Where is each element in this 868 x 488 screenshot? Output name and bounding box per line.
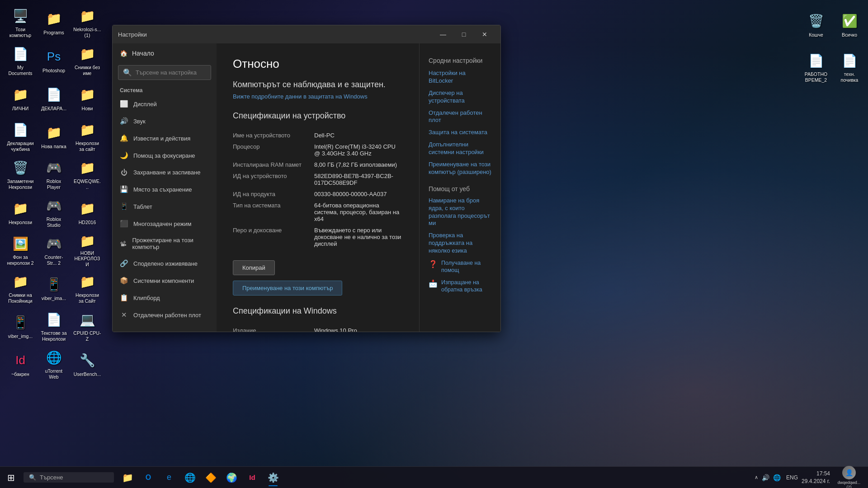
related-link-system-protection[interactable]: Защита на системата — [429, 129, 491, 136]
taskbar-app-outlook[interactable]: O — [138, 468, 158, 488]
help-link-languages[interactable]: Проверка на поддръжката на няколко езика — [429, 232, 491, 255]
maximize-button[interactable]: □ — [453, 27, 474, 42]
desktop-icon-deklarac[interactable]: 📄 ДЕКЛАРА... — [38, 80, 70, 117]
indesign-label: ~бакрен — [11, 371, 29, 377]
tray-clock[interactable]: 17:54 29.4.2024 г. — [802, 470, 830, 485]
sidebar-item-tablet[interactable]: 📱 Таблет — [113, 198, 217, 215]
related-title: Сродни настройки — [429, 57, 491, 64]
rename-button[interactable]: Преименуване на този компютър — [233, 281, 342, 296]
taskbar-search[interactable]: 🔍 Търсене — [24, 472, 114, 483]
help-item-get-help[interactable]: ❓ Получаване на помощ — [429, 259, 491, 274]
sidebar-search-input[interactable] — [136, 69, 206, 76]
sidebar-item-clipboard[interactable]: 📋 Клипборд — [113, 289, 217, 306]
taskbar-app-indesign[interactable]: Id — [242, 468, 262, 488]
desktop-icon-programs[interactable]: 📁 Programs — [38, 5, 70, 41]
taskbar-app-settings[interactable]: ⚙️ — [263, 468, 283, 488]
desktop-icon-viber-img2[interactable]: 📱 viber_img... — [5, 308, 36, 344]
related-link-remote-desktop[interactable]: Отдалечен работен плот — [429, 109, 491, 125]
sidebar-item-shared[interactable]: 🔗 Споделено изживяване — [113, 255, 217, 272]
desktop-icon-nekrolozi-sajt2[interactable]: 📁 Некролози за Сайт — [71, 270, 103, 306]
related-link-device-manager[interactable]: Диспечер на устройствата — [429, 89, 491, 105]
desktop-icon-snimki-bez[interactable]: 📁 Снимки без име — [71, 42, 103, 79]
desktop-icon-tekstove[interactable]: 📄 Текстове за Некролози — [38, 308, 70, 344]
desktop-icons-right-area: 🗑️ Кошче ✅ Всичко 📄 РАБОТНО ВРЕМЕ_2 📄 те… — [796, 0, 868, 90]
desktop-icon-this-pc[interactable]: 🖥️ Този компютър — [5, 5, 36, 41]
edge-icon: e — [167, 473, 171, 482]
desktop-icon-indesign[interactable]: Id ~бакрен — [5, 346, 36, 382]
taskbar-app-5[interactable]: 🔶 — [201, 468, 221, 488]
taskbar-app-chrome[interactable]: 🌐 — [180, 468, 200, 488]
desktop-icon-nekrolozi2[interactable]: 📁 Некролози — [5, 194, 36, 230]
tray-network-icon[interactable]: 🌐 — [773, 474, 781, 481]
start-button[interactable]: ⊞ — [0, 467, 22, 488]
desktop-icon-deklaracii[interactable]: 📄 Декларации чужбина — [5, 118, 36, 155]
feedback-link[interactable]: Изпращане на обратна връзка — [441, 279, 491, 294]
sidebar-item-storage[interactable]: 💾 Място за съхранение — [113, 181, 217, 198]
tray-lang[interactable]: ENG — [786, 474, 798, 481]
related-link-bitlocker[interactable]: Настройки на BitLocker — [429, 70, 491, 85]
display-icon: ⬜ — [120, 100, 128, 108]
desktop-icon-my-documents[interactable]: 📄 My Documents — [5, 42, 36, 79]
spec-label-edition: Издание — [233, 325, 314, 332]
sidebar-item-sleep[interactable]: ⏻ Захранване и заспиване — [113, 164, 217, 181]
desktop-icon-utorrent[interactable]: 🌐 uTorrent Web — [38, 346, 70, 382]
storage-label: Място за съхранение — [133, 186, 192, 193]
taskbar-app-ie[interactable]: 🌍 — [222, 468, 241, 488]
related-link-rename-extended[interactable]: Преименуване на този компютър (разширено… — [429, 161, 491, 176]
sidebar-item-multitask[interactable]: ⬛ Многозадачен режим — [113, 215, 217, 232]
sidebar-item-display[interactable]: ⬜ Дисплей — [113, 95, 217, 113]
get-help-icon: ❓ — [429, 260, 438, 268]
sidebar-item-notifications[interactable]: 🔔 Известия и действия — [113, 130, 217, 147]
desktop-icon-techn-pochivka[interactable]: 📄 техн. почивка — [834, 47, 865, 88]
desktop-icon-nova-papka[interactable]: 📁 Нова папка — [38, 118, 70, 155]
sidebar-home[interactable]: 🏠 Начало — [113, 43, 217, 63]
minimize-button[interactable]: — — [433, 27, 453, 42]
desktop-icon-cpuid[interactable]: 💻 CPUID CPU-Z — [71, 308, 103, 344]
sidebar-item-project[interactable]: 📽 Прожектиране на този компютър — [113, 232, 217, 255]
related-link-advanced-settings[interactable]: Допълнителни системни настройки — [429, 141, 491, 156]
desktop-icon-roblox-studio[interactable]: 🎮 Roblox Studio — [38, 194, 70, 230]
desktop-icon-zapameteni[interactable]: 🗑️ Запаметени Некролози — [5, 156, 36, 192]
sidebar-item-components[interactable]: 📦 Системни компоненти — [113, 272, 217, 289]
desktop-icon-vsichko[interactable]: ✅ Всичко — [834, 5, 865, 45]
sidebar-system-label: Система — [113, 84, 217, 95]
desktop-icon-snimki-pokoinici[interactable]: 📁 Снимки на Покойници — [5, 270, 36, 306]
nekrolozi-sajt2-icon: 📁 — [78, 272, 96, 291]
help-item-feedback[interactable]: 📩 Изпращане на обратна връзка — [429, 279, 491, 294]
desktop-icon-userbench[interactable]: 🔧 UserBench... — [71, 346, 103, 382]
sidebar-search-box[interactable]: 🔍 — [118, 65, 211, 80]
search-icon: 🔍 — [123, 68, 132, 77]
copy-button[interactable]: Копирай — [233, 260, 275, 275]
tray-avatar: 👤 — [842, 466, 856, 479]
focus-icon: 🌙 — [120, 151, 128, 160]
desktop-icon-hd2016[interactable]: 📁 HD2016 — [71, 194, 103, 230]
desktop-icon-koshche[interactable]: 🗑️ Кошче — [800, 5, 832, 45]
desktop-icon-rabotno[interactable]: 📄 РАБОТНО ВРЕМЕ_2 — [800, 47, 832, 88]
desktop-icon-roblox-player[interactable]: 🎮 Roblox Player — [38, 156, 70, 192]
project-label: Прожектиране на този компютър — [132, 237, 209, 250]
tray-chevron-icon[interactable]: ∧ — [755, 474, 758, 480]
sidebar-item-focus[interactable]: 🌙 Помощ за фокусиране — [113, 147, 217, 164]
desktop-icon-nekrolozi-s[interactable]: 📁 Nekrolozi-s... (1) — [71, 5, 103, 41]
desktop-icon-fon-za[interactable]: 🖼️ Фон за некролози 2 — [5, 232, 36, 268]
desktop-icon-lichni[interactable]: 📁 ЛИЧНИ — [5, 80, 36, 117]
desktop-icon-novi-nekrolozi[interactable]: 📁 НОВИ НЕКРОЛОЗИ — [71, 232, 103, 268]
desktop-icon-viber-img[interactable]: 📱 viber_ima... — [38, 270, 70, 306]
sidebar-item-remote[interactable]: ✕ Отдалечен работен плот — [113, 306, 217, 324]
close-button[interactable]: ✕ — [474, 27, 495, 42]
zapameteni-icon: 🗑️ — [11, 159, 29, 177]
desktop-icon-nekrolozi-sajt[interactable]: 📁 Некролози за сайт — [71, 118, 103, 155]
tray-volume-icon[interactable]: 🔊 — [762, 474, 769, 481]
desktop-icon-photoshop[interactable]: Ps Photoshop — [38, 42, 70, 79]
desktop-icon-novi[interactable]: 📁 Нови — [71, 80, 103, 117]
taskbar-app-edge[interactable]: e — [159, 468, 179, 488]
get-help-link[interactable]: Получаване на помощ — [441, 259, 491, 274]
help-link-cores[interactable]: Намиране на броя ядра, с които разполага… — [429, 197, 491, 228]
sidebar-item-sound[interactable]: 🔊 Звук — [113, 113, 217, 130]
my-documents-icon: 📄 — [11, 45, 29, 63]
desktop-icon-counter-str[interactable]: 🎮 Counter-Str... 2 — [38, 232, 70, 268]
taskbar-app-file-explorer[interactable]: 📁 — [118, 468, 137, 488]
desktop-icon-eqweqwe[interactable]: 📁 EQWEQWE... — [71, 156, 103, 192]
security-link[interactable]: Вижте подробните данни в защитата на Win… — [233, 93, 368, 100]
spec-row-edition: Издание Windows 10 Pro — [233, 325, 403, 332]
